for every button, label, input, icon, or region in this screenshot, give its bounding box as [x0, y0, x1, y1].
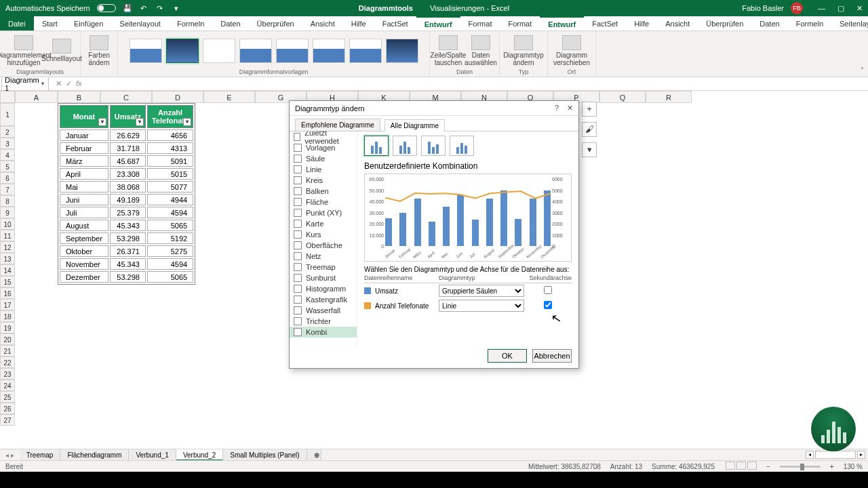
menu-tab[interactable]: Formeln [788, 16, 831, 30]
row-header[interactable]: 1 [0, 103, 15, 126]
data-table[interactable]: Monat▾Umsatz▾AnzahlTelefonate▾ Januar26.… [58, 103, 195, 285]
table-cell[interactable]: 5192 [147, 232, 193, 244]
sheet-tab[interactable]: Verbund_1 [129, 449, 176, 461]
cancel-button[interactable]: Abbrechen [532, 349, 572, 363]
col-header[interactable]: A [15, 91, 58, 103]
table-cell[interactable]: 45.343 [110, 258, 146, 270]
sheet-tab[interactable]: Flächendiagramm [60, 449, 129, 461]
change-colors-button[interactable]: Farben ändern [85, 34, 113, 68]
hscroll-left-icon[interactable]: ◂ [806, 451, 814, 459]
combo-subtype[interactable] [393, 136, 417, 156]
table-cell[interactable]: März [60, 155, 108, 167]
table-header[interactable]: Monat▾ [60, 105, 108, 128]
zoom-slider[interactable] [780, 466, 821, 468]
style-thumb[interactable] [166, 39, 199, 63]
row-header[interactable]: 23 [0, 368, 15, 380]
chart-type-item[interactable]: Histogramm [290, 283, 357, 294]
row-header[interactable]: 5 [0, 161, 15, 172]
table-cell[interactable]: 5015 [147, 168, 193, 180]
chart-type-item[interactable]: Kurs [290, 229, 357, 240]
table-cell[interactable]: Januar [60, 129, 108, 141]
table-cell[interactable]: 26.629 [110, 129, 146, 141]
chart-styles-icon[interactable]: 🖌 [582, 122, 597, 137]
autosave-toggle[interactable] [97, 4, 116, 12]
cancel-formula-icon[interactable]: ✕ [56, 79, 62, 88]
chart-type-item[interactable]: Kreis [290, 175, 357, 186]
chart-type-item[interactable]: Säule [290, 153, 357, 164]
table-cell[interactable]: Oktober [60, 245, 108, 257]
row-header[interactable]: 10 [0, 218, 15, 230]
style-thumb[interactable] [386, 39, 418, 63]
style-thumb[interactable] [313, 39, 345, 63]
row-header[interactable]: 13 [0, 253, 15, 264]
row-header[interactable]: 7 [0, 184, 15, 195]
chart-type-item[interactable]: Wasserfall [290, 305, 357, 316]
redo-icon[interactable]: ↷ [155, 4, 165, 13]
chart-type-item[interactable]: Kombi [290, 327, 357, 338]
table-cell[interactable]: 5275 [147, 245, 193, 257]
chart-type-item[interactable]: Zuletzt verwendet [290, 131, 357, 142]
row-header[interactable]: 6 [0, 172, 15, 184]
table-cell[interactable]: April [60, 168, 108, 180]
table-cell[interactable]: 53.298 [110, 271, 146, 283]
chart-type-item[interactable]: Oberfläche [290, 240, 357, 251]
row-header[interactable]: 25 [0, 391, 15, 403]
hscroll-right-icon[interactable]: ▸ [857, 451, 865, 459]
view-mode-icons[interactable] [724, 462, 757, 471]
dialog-tab[interactable]: Empfohlene Diagramme [295, 119, 380, 131]
menu-tab[interactable]: FactSet [374, 16, 416, 30]
chart-type-item[interactable]: Kastengrafik [290, 294, 357, 305]
user-name[interactable]: Fabio Basler [742, 4, 784, 12]
table-cell[interactable]: Mai [60, 181, 108, 192]
table-cell[interactable]: 4594 [147, 207, 193, 218]
row-header[interactable]: 3 [0, 138, 15, 149]
secondary-axis-checkbox[interactable] [544, 301, 552, 309]
quick-layout-button[interactable]: Schnelllayout [47, 34, 76, 68]
table-header[interactable]: AnzahlTelefonate▾ [147, 105, 193, 128]
undo-icon[interactable]: ↶ [139, 4, 149, 13]
ok-button[interactable]: OK [488, 349, 527, 363]
table-cell[interactable]: 26.371 [110, 245, 146, 257]
table-cell[interactable]: Juni [60, 194, 108, 205]
table-header[interactable]: Umsatz▾ [110, 105, 146, 128]
row-header[interactable]: 22 [0, 357, 15, 368]
row-header[interactable]: 2 [0, 126, 15, 138]
close-icon[interactable]: ✕ [856, 4, 863, 13]
menu-tab[interactable]: Ansicht [302, 16, 343, 30]
menu-tab[interactable]: Format [500, 16, 540, 30]
table-cell[interactable]: September [60, 232, 108, 244]
table-cell[interactable]: 4313 [147, 142, 193, 154]
file-tab[interactable]: Datei [0, 16, 34, 30]
select-data-button[interactable]: Daten auswählen [467, 34, 495, 68]
chart-type-item[interactable]: Netz [290, 251, 357, 262]
table-cell[interactable]: 38.068 [110, 181, 146, 192]
menu-tab[interactable]: Überprüfen [698, 16, 751, 30]
row-header[interactable]: 24 [0, 380, 15, 391]
chart-elements-icon[interactable]: + [582, 102, 597, 117]
table-cell[interactable]: 5065 [147, 220, 193, 231]
add-chart-element-button[interactable]: Diagrammelement hinzufügen [4, 34, 43, 68]
row-header[interactable]: 17 [0, 299, 15, 310]
table-cell[interactable]: Juli [60, 207, 108, 218]
row-header[interactable]: 9 [0, 207, 15, 218]
row-header[interactable]: 12 [0, 241, 15, 253]
table-cell[interactable]: 4944 [147, 194, 193, 205]
menu-tab[interactable]: Hilfe [626, 16, 657, 30]
menu-tab[interactable]: Daten [751, 16, 787, 30]
style-thumb[interactable] [239, 39, 272, 63]
menu-tab[interactable]: Format [460, 16, 500, 30]
table-cell[interactable]: Dezember [60, 271, 108, 283]
chart-type-item[interactable]: Balken [290, 186, 357, 197]
table-cell[interactable]: 49.189 [110, 194, 146, 205]
row-header[interactable]: 26 [0, 403, 15, 414]
fx-icon[interactable]: fx [76, 79, 82, 88]
menu-tab[interactable]: Entwurf [540, 16, 584, 30]
row-header[interactable]: 14 [0, 264, 15, 276]
table-cell[interactable]: 5077 [147, 181, 193, 192]
col-header[interactable]: E [203, 91, 255, 103]
style-thumb[interactable] [203, 39, 235, 63]
col-header[interactable]: C [100, 91, 152, 103]
maximize-icon[interactable]: ▢ [837, 4, 844, 13]
menu-tab[interactable]: Ansicht [657, 16, 698, 30]
save-icon[interactable]: 💾 [123, 4, 132, 13]
